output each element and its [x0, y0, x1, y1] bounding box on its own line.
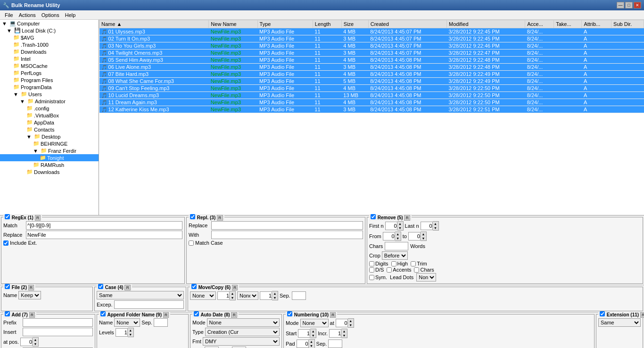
tree-item-desktop[interactable]: ▼ 📁 Desktop [0, 133, 99, 140]
num-sep-input[interactable] [328, 340, 342, 348]
col-modified[interactable]: Modified [446, 20, 525, 28]
add-r-button[interactable]: R [29, 312, 35, 318]
from-up[interactable]: ▲ [395, 232, 401, 236]
table-row[interactable]: 🎵 08 What She Came For.mp3NewFile.mp3MP3… [99, 78, 644, 85]
num-incr-input[interactable] [329, 329, 341, 338]
movecopy-num2[interactable] [260, 291, 272, 300]
at-pos-down[interactable]: ▼ [33, 342, 38, 346]
replace-input[interactable] [26, 231, 182, 239]
table-row[interactable]: 🎵 09 Can't Stop Feeling.mp3NewFile.mp3MP… [99, 85, 644, 92]
extension-r-button[interactable]: R [640, 312, 644, 318]
movecopy-up[interactable]: ▲ [230, 291, 235, 296]
high-checkbox[interactable] [391, 261, 396, 266]
num-pad-up[interactable]: ▲ [309, 340, 314, 344]
movecopy-r-button[interactable]: R [232, 285, 238, 290]
movecopy-select[interactable]: None [190, 291, 216, 300]
appendfolder-r-button[interactable]: R [163, 312, 169, 318]
col-name[interactable]: Name ▲ [99, 20, 209, 28]
repl-replace-input[interactable] [211, 221, 363, 230]
prefix-input[interactable] [23, 318, 93, 327]
regex-r-button[interactable]: R [35, 215, 41, 221]
tree-item-appdata[interactable]: 📁 AppData [0, 119, 99, 126]
case-select[interactable]: SameUpperLower [97, 291, 184, 299]
num-mode-select[interactable]: None [300, 319, 329, 327]
at-pos-input[interactable] [20, 338, 33, 346]
sep-input[interactable] [292, 291, 306, 300]
col-subdir[interactable]: Sub Dir. [611, 20, 644, 28]
first-n-down[interactable]: ▼ [397, 226, 403, 230]
repl-r-button[interactable]: R [217, 215, 223, 221]
tree-item-contacts[interactable]: 📁 Contacts [0, 126, 99, 133]
repl-checkbox[interactable] [190, 214, 195, 219]
appendfolder-checkbox[interactable] [100, 311, 106, 316]
case-checkbox[interactable] [98, 284, 103, 289]
from-input[interactable] [383, 232, 395, 240]
tree-item-franz[interactable]: ▼ 📁 Franz Ferdir [0, 147, 99, 154]
close-button[interactable]: ✕ [634, 2, 641, 8]
remove-r-button[interactable]: R [404, 215, 410, 221]
num-start-input[interactable] [298, 329, 310, 338]
menu-options[interactable]: Options [39, 11, 62, 19]
tree-item-computer[interactable]: ▼ 💻 Computer [0, 20, 99, 27]
num-incr-up[interactable]: ▲ [341, 329, 347, 333]
tree-item-local-disk[interactable]: ▼ 💾 Local Disk (C:) [0, 27, 99, 34]
chars-checkbox[interactable] [414, 267, 419, 273]
first-n-up[interactable]: ▲ [397, 222, 403, 226]
remove-checkbox[interactable] [371, 214, 376, 219]
af-levels-input[interactable] [116, 328, 128, 337]
tree-item-msocache[interactable]: 📁 MSOCache [0, 62, 99, 69]
num-start-down[interactable]: ▼ [310, 333, 316, 338]
at-pos-up[interactable]: ▲ [33, 338, 38, 342]
num-pad-down[interactable]: ▼ [309, 344, 314, 348]
num-at-up[interactable]: ▲ [348, 319, 354, 323]
tree-item-ramrush[interactable]: 📁 RAMRush [0, 161, 99, 168]
include-ext-checkbox[interactable] [3, 240, 8, 246]
movecopy-down[interactable]: ▼ [230, 296, 235, 300]
table-row[interactable]: 🎵 07 Bite Hard.mp3NewFile.mp3MP3 Audio F… [99, 71, 644, 78]
first-n-input[interactable] [385, 222, 397, 230]
file-checkbox[interactable] [5, 284, 10, 289]
menu-help[interactable]: Help [62, 11, 79, 19]
tree-panel[interactable]: ▼ 💻 Computer ▼ 💾 Local Disk (C:) 📁 $AVG … [0, 20, 99, 215]
numbering-r-button[interactable]: R [330, 312, 336, 318]
af-name-select[interactable]: None [114, 318, 140, 327]
menu-actions[interactable]: Actions [16, 11, 39, 19]
num-at-input[interactable] [336, 319, 348, 327]
col-newname[interactable]: New Name [209, 20, 257, 28]
tree-item-downloads-c[interactable]: 📁 Downloads [0, 48, 99, 55]
tree-item-administrator[interactable]: ▼ 📁 Administrator [0, 98, 99, 105]
sym-checkbox[interactable] [369, 275, 374, 280]
to-input[interactable] [408, 232, 421, 240]
maximize-button[interactable]: □ [625, 2, 633, 8]
last-n-input[interactable] [421, 222, 433, 230]
movecopy-up2[interactable]: ▲ [272, 291, 278, 296]
autodate-checkbox[interactable] [194, 311, 199, 316]
table-row[interactable]: 🎵 10 Lucid Dreams.mp3NewFile.mp3MP3 Audi… [99, 92, 644, 99]
movecopy-down2[interactable]: ▼ [272, 296, 278, 300]
table-row[interactable]: 🎵 06 Live Alone.mp3NewFile.mp3MP3 Audio … [99, 64, 644, 71]
case-r-button[interactable]: R [124, 285, 131, 290]
table-row[interactable]: 🎵 12 Katherine Kiss Me.mp3NewFile.mp3MP3… [99, 106, 644, 113]
tree-item-behringe[interactable]: 📁 BEHRINGE [0, 140, 99, 147]
af-levels-down[interactable]: ▼ [128, 332, 133, 337]
col-length[interactable]: Length [313, 20, 341, 28]
movecopy-num[interactable] [217, 291, 230, 300]
num-at-down[interactable]: ▼ [348, 323, 354, 327]
tree-item-config[interactable]: 📁 .config [0, 105, 99, 112]
table-row[interactable]: 🎵 05 Send Him Away.mp3NewFile.mp3MP3 Aud… [99, 57, 644, 64]
trim-checkbox[interactable] [411, 261, 416, 266]
tree-item-perflogs[interactable]: 📁 PerfLogs [0, 69, 99, 76]
tree-item-program-files[interactable]: 📁 Program Files [0, 76, 99, 83]
tree-item-downloads-user[interactable]: 📁 Downloads [0, 168, 99, 175]
file-r-button[interactable]: R [28, 285, 34, 290]
tree-item-avg[interactable]: 📁 $AVG [0, 34, 99, 41]
movecopy-dir[interactable]: None [237, 291, 258, 300]
table-row[interactable]: 🎵 04 Twilight Omens.mp3NewFile.mp3MP3 Au… [99, 50, 644, 57]
movecopy-checkbox[interactable] [191, 284, 197, 289]
tree-item-tonight[interactable]: 📁 Tonight [0, 154, 99, 161]
tree-item-programdata[interactable]: 📁 ProgramData [0, 83, 99, 91]
to-up[interactable]: ▲ [421, 232, 426, 236]
last-n-down[interactable]: ▼ [433, 226, 438, 230]
ad-type-select[interactable]: Creation (Cur [205, 328, 280, 336]
col-acce[interactable]: Acce... [525, 20, 554, 28]
